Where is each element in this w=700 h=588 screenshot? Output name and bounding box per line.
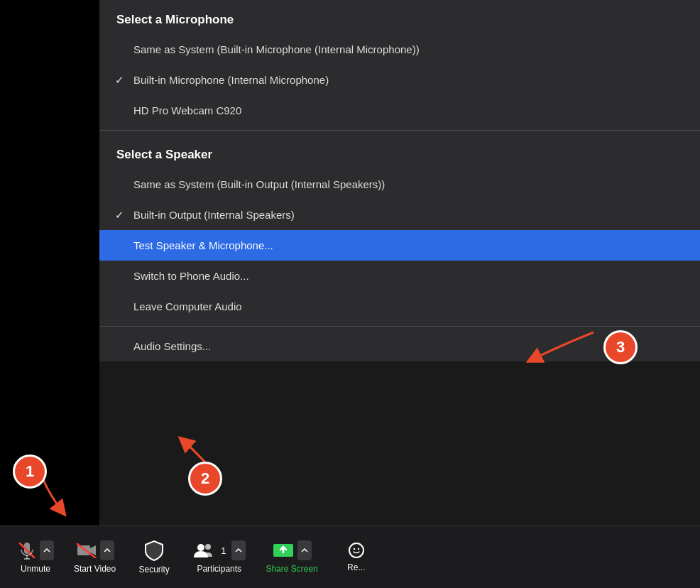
arrow-3-svg [515,325,601,368]
svg-rect-4 [77,545,90,555]
share-screen-icon [272,541,295,560]
builtin-output-item[interactable]: Built-in Output (Internal Speakers) [99,200,700,230]
start-video-icon-area [76,540,114,560]
security-icon-area [144,540,164,561]
start-video-button[interactable]: Start Video [64,535,126,579]
unmute-label: Unmute [21,564,50,574]
participants-icon-area: 1 [192,540,246,560]
reactions-icon [348,542,365,559]
share-screen-label: Share Screen [266,564,317,574]
annotation-circle-1: 1 [13,454,47,489]
toolbar: Unmute Start Video Security [0,526,700,588]
video-muted-icon [76,543,97,558]
security-button[interactable]: Security [126,534,182,580]
svg-point-6 [197,544,204,551]
participants-chevron[interactable] [231,540,246,560]
reactions-label: Re... [347,562,365,572]
svg-point-10 [354,548,355,550]
speaker-section-header: Select a Speaker [99,135,700,169]
share-screen-chevron[interactable] [297,540,312,560]
same-as-system-mic-item[interactable]: Same as System (Built-in Microphone (Int… [99,34,700,65]
chevron-up-icon-share [301,548,308,552]
leave-computer-audio-item[interactable]: Leave Computer Audio [99,291,700,322]
participants-button[interactable]: 1 Participants [182,535,256,579]
chevron-up-icon [43,548,50,552]
hd-webcam-item[interactable]: HD Pro Webcam C920 [99,95,700,126]
security-label: Security [138,565,169,575]
annotation-circle-2: 2 [188,462,222,496]
chevron-up-icon-video [104,548,111,552]
builtin-mic-item[interactable]: Built-in Microphone (Internal Microphone… [99,65,700,95]
svg-point-11 [358,548,359,550]
unmute-icon-area [17,540,54,560]
microphone-section-header: Select a Microphone [99,0,700,34]
section-divider-2 [99,326,700,327]
microphone-muted-icon [17,540,37,560]
participants-icon [192,542,217,559]
reactions-button[interactable]: Re... [328,536,385,578]
svg-point-9 [349,543,363,557]
share-screen-icon-area [272,540,312,560]
share-screen-button[interactable]: Share Screen [256,535,327,579]
chevron-up-icon-participants [235,548,242,552]
test-speaker-mic-item[interactable]: Test Speaker & Microphone... [99,230,700,261]
unmute-button[interactable]: Unmute [7,535,64,579]
switch-phone-audio-item[interactable]: Switch to Phone Audio... [99,261,700,291]
unmute-chevron[interactable] [40,540,54,560]
section-divider-1 [99,130,700,131]
start-video-chevron[interactable] [100,540,114,560]
same-as-system-speaker-item[interactable]: Same as System (Built-in Output (Interna… [99,169,700,200]
audio-dropdown-menu: Select a Microphone Same as System (Buil… [99,0,700,361]
annotation-circle-3: 3 [603,330,638,364]
security-shield-icon [144,540,164,561]
participant-count: 1 [221,545,226,556]
reactions-icon-area [348,542,365,559]
start-video-label: Start Video [74,564,116,574]
svg-point-7 [205,544,211,550]
participants-label: Participants [197,564,241,574]
